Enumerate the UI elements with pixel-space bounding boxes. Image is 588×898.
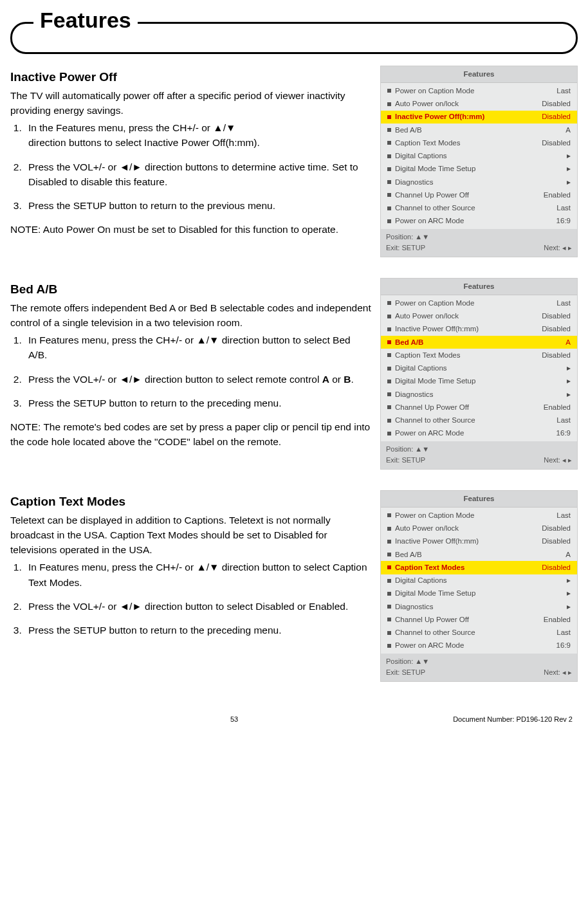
osd-row: Caption Text ModesDisabled (381, 561, 577, 574)
osd-row-value: 16:9 (556, 215, 571, 226)
osd-footer-exit: Exit: SETUP (386, 243, 544, 253)
page-footer: 53 Document Number: PD196-120 Rev 2 (10, 714, 578, 725)
osd-footer-exit: Exit: SETUP (386, 455, 544, 466)
bullet-icon (387, 219, 391, 223)
osd-menu: FeaturesPower on Caption ModeLastAuto Po… (380, 278, 578, 470)
osd-row-value: A (565, 125, 571, 136)
bullet-icon (387, 553, 391, 556)
osd-row-value: ▸ (567, 363, 571, 374)
bullet-icon (387, 565, 391, 569)
osd-row-label: Caption Text Modes (395, 350, 542, 361)
osd-row-label: Inactive Power Off(h:mm) (395, 536, 542, 547)
osd-row-label: Channel to other Source (395, 203, 556, 214)
osd-row-value: Last (556, 203, 571, 214)
osd-row: Digital Captions▸ (386, 150, 572, 163)
osd-row-value: ▸ (567, 601, 571, 612)
page-header: Features (10, 10, 578, 42)
bullet-icon (387, 180, 391, 184)
bullet-icon (387, 193, 391, 197)
osd-row-value: Enabled (544, 614, 571, 625)
osd-row: Channel Up Power OffEnabled (386, 613, 572, 626)
section-bed-ab: FeaturesPower on Caption ModeLastAuto Po… (10, 278, 578, 476)
osd-row-value: Last (556, 86, 571, 96)
osd-row-value: Disabled (542, 324, 571, 334)
osd-row: Auto Power on/lockDisabled (386, 310, 572, 323)
osd-row: Power on Caption ModeLast (386, 297, 572, 309)
osd-row: Auto Power on/lockDisabled (386, 98, 572, 111)
osd-row-label: Caption Text Modes (395, 562, 542, 573)
bullet-icon (387, 128, 391, 132)
osd-row-label: Bed A/B (395, 337, 565, 348)
osd-row: Diagnostics▸ (386, 388, 572, 401)
osd-row-value: Disabled (542, 536, 571, 547)
osd-row-label: Bed A/B (395, 549, 565, 560)
osd-row: Power on ARC Mode16:9 (386, 427, 572, 440)
osd-row: Power on Caption ModeLast (386, 509, 572, 522)
osd-row: Caption Text ModesDisabled (386, 136, 572, 149)
osd-row-label: Digital Mode Time Setup (395, 376, 567, 387)
osd-row-label: Diagnostics (395, 177, 567, 188)
osd-row-value: Last (556, 298, 571, 309)
osd-row: Digital Captions▸ (386, 574, 572, 587)
osd-row: Bed A/BA (386, 548, 572, 561)
osd-row-label: Digital Mode Time Setup (395, 163, 567, 174)
osd-row-value: Last (556, 415, 571, 426)
bullet-icon (387, 89, 391, 93)
bullet-icon (387, 380, 391, 383)
osd-row: Power on Caption ModeLast (386, 84, 572, 97)
bullet-icon (387, 315, 391, 318)
osd-row: Channel Up Power OffEnabled (386, 188, 572, 201)
bullet-icon (387, 327, 391, 331)
osd-row-label: Power on Caption Mode (395, 510, 556, 521)
section-caption-text-modes: FeaturesPower on Caption ModeLastAuto Po… (10, 490, 578, 688)
bullet-icon (387, 154, 391, 158)
step-text: In the Features menu, press the CH+/- or… (28, 122, 235, 133)
bullet-icon (387, 513, 391, 517)
osd-row-value: ▸ (567, 151, 571, 161)
osd-row-label: Channel to other Source (395, 627, 556, 638)
bullet-icon (387, 405, 391, 409)
bullet-icon (387, 167, 391, 171)
osd-row-label: Power on Caption Mode (395, 298, 556, 309)
osd-row: Diagnostics▸ (386, 176, 572, 188)
osd-row-label: Auto Power on/lock (395, 98, 542, 109)
document-number: Document Number: PD196-120 Rev 2 (453, 714, 573, 725)
osd-title: Features (381, 279, 577, 295)
osd-row-value: 16:9 (556, 640, 571, 651)
bullet-icon (387, 102, 391, 106)
osd-menu: FeaturesPower on Caption ModeLastAuto Po… (380, 66, 578, 257)
bold-b: B (344, 374, 351, 385)
osd-items: Power on Caption ModeLastAuto Power on/l… (381, 508, 577, 654)
bullet-icon (387, 592, 391, 596)
osd-row: Bed A/BA (386, 124, 572, 136)
bullet-icon (387, 618, 391, 621)
osd-footer-next: Next: ◂ ▸ (544, 455, 572, 466)
osd-row: Channel to other SourceLast (386, 202, 572, 215)
bullet-icon (387, 540, 391, 544)
osd-row: Channel to other SourceLast (386, 414, 572, 427)
osd-row-label: Channel Up Power Off (395, 402, 544, 413)
osd-row-value: ▸ (567, 163, 571, 174)
osd-row-label: Digital Mode Time Setup (395, 588, 567, 599)
osd-row-label: Bed A/B (395, 125, 565, 136)
osd-footer-exit: Exit: SETUP (386, 667, 544, 678)
bullet-icon (387, 432, 391, 435)
bullet-icon (387, 141, 391, 145)
osd-row-label: Channel to other Source (395, 415, 556, 426)
bullet-icon (387, 631, 391, 635)
osd-items: Power on Caption ModeLastAuto Power on/l… (381, 295, 577, 441)
osd-footer-next: Next: ◂ ▸ (544, 667, 572, 678)
bullet-icon (387, 419, 391, 423)
bullet-icon (387, 301, 391, 305)
step-text: direction buttons to select Inactive Pow… (28, 137, 260, 148)
osd-row-label: Digital Captions (395, 363, 567, 374)
osd-row-label: Power on Caption Mode (395, 86, 556, 96)
osd-row: Power on ARC Mode16:9 (386, 215, 572, 228)
osd-row-value: Disabled (542, 138, 571, 149)
osd-row-label: Digital Captions (395, 151, 567, 161)
bullet-icon (387, 579, 391, 583)
step-text: Press the VOL+/- or ◄/► direction button… (28, 374, 322, 385)
osd-row-label: Power on ARC Mode (395, 215, 556, 226)
osd-row-value: ▸ (567, 177, 571, 188)
osd-row-value: A (565, 337, 571, 348)
